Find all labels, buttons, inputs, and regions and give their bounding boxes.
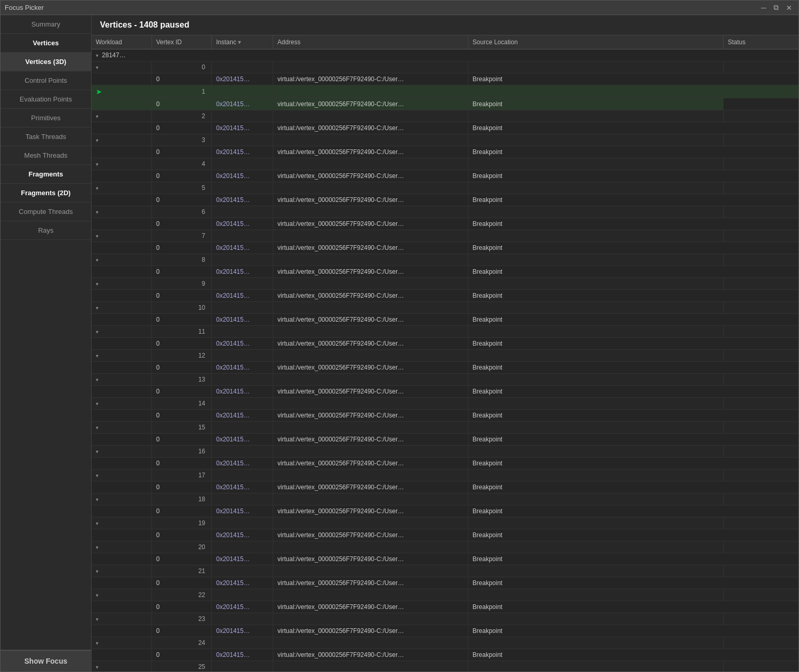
table-row-arrow-24[interactable]: ▾24 [92, 637, 798, 649]
table-row-arrow-11[interactable]: ▾11 [92, 326, 798, 338]
col-header-workload[interactable]: Workload [92, 35, 151, 49]
sidebar-item-rays[interactable]: Rays [1, 221, 91, 240]
table-row-arrow-3[interactable]: ▾3 [92, 134, 798, 146]
expand-arrow-icon[interactable]: ▾ [96, 568, 98, 574]
expand-arrow-icon[interactable]: ▾ [96, 377, 98, 383]
sidebar-item-evaluation-points[interactable]: Evaluation Points [1, 90, 91, 109]
table-row-arrow-18[interactable]: ▾18 [92, 493, 798, 505]
table-row-22[interactable]: 00x201415…virtual:/vertex_00000256F7F924… [92, 601, 798, 613]
expand-arrow-icon[interactable]: ▾ [96, 137, 98, 143]
col-header-instance[interactable]: Instanc [212, 35, 273, 49]
expand-arrow-icon[interactable]: ▾ [96, 449, 98, 454]
table-row-5[interactable]: 00x201415…virtual:/vertex_00000256F7F924… [92, 194, 798, 206]
table-row-arrow-13[interactable]: ▾13 [92, 374, 798, 386]
expand-arrow-icon[interactable]: ▾ [96, 65, 98, 70]
table-row-arrow-14[interactable]: ▾14 [92, 398, 798, 410]
expand-arrow-icon[interactable]: ▾ [96, 544, 98, 550]
sidebar-item-control-points[interactable]: Control Points [1, 71, 91, 90]
table-row-8[interactable]: 00x201415…virtual:/vertex_00000256F7F924… [92, 266, 798, 278]
table-row-23[interactable]: 00x201415…virtual:/vertex_00000256F7F924… [92, 625, 798, 637]
sidebar-item-compute-threads[interactable]: Compute Threads [1, 202, 91, 221]
sidebar-item-fragments-2d[interactable]: Fragments (2D) [1, 184, 91, 202]
expand-arrow-icon[interactable]: ▾ [96, 425, 98, 430]
col-header-source[interactable]: Source Location [468, 35, 723, 49]
expand-arrow-icon[interactable]: ▾ [96, 161, 98, 167]
table-row-12[interactable]: 00x201415…virtual:/vertex_00000256F7F924… [92, 362, 798, 374]
status-empty-cell [724, 350, 798, 362]
expand-arrow-icon[interactable]: ▾ [96, 401, 98, 407]
table-row-17[interactable]: 00x201415…virtual:/vertex_00000256F7F924… [92, 481, 798, 493]
sidebar-item-primitives[interactable]: Primitives [1, 109, 91, 128]
table-row-3[interactable]: 00x201415…virtual:/vertex_00000256F7F924… [92, 146, 798, 158]
table-row-18[interactable]: 00x201415…virtual:/vertex_00000256F7F924… [92, 505, 798, 517]
expand-arrow-icon[interactable]: ▾ [96, 233, 98, 239]
table-row-arrow-23[interactable]: ▾23 [92, 613, 798, 625]
expand-arrow-icon[interactable]: ▾ [96, 257, 98, 263]
expand-arrow-icon[interactable]: ▾ [96, 185, 98, 191]
table-row-arrow-8[interactable]: ▾8 [92, 254, 798, 266]
table-row-20[interactable]: 00x201415…virtual:/vertex_00000256F7F924… [92, 553, 798, 565]
table-row-15[interactable]: 00x201415…virtual:/vertex_00000256F7F924… [92, 434, 798, 446]
table-row-arrow-25[interactable]: ▾25 [92, 661, 798, 672]
table-row-arrow-20[interactable]: ▾20 [92, 541, 798, 553]
table-row-11[interactable]: 00x201415…virtual:/vertex_00000256F7F924… [92, 338, 798, 350]
table-row-arrow-19[interactable]: ▾19 [92, 517, 798, 529]
table-row-13[interactable]: 00x201415…virtual:/vertex_00000256F7F924… [92, 386, 798, 398]
expand-arrow-icon[interactable]: ▾ [96, 329, 98, 335]
sidebar-item-vertices[interactable]: Vertices [1, 34, 91, 53]
table-row-arrow-12[interactable]: ▾12 [92, 350, 798, 362]
restore-button[interactable]: ⧉ [771, 3, 781, 12]
col-header-vertex-id[interactable]: Vertex ID [151, 35, 211, 49]
table-row-2[interactable]: 00x201415…virtual:/vertex_00000256F7F924… [92, 122, 798, 134]
table-row-6[interactable]: 00x201415…virtual:/vertex_00000256F7F924… [92, 218, 798, 230]
expand-arrow-icon[interactable]: ▾ [96, 113, 98, 119]
expand-arrow-icon[interactable]: ▾ [96, 353, 98, 359]
table-row-arrow-17[interactable]: ▾17 [92, 470, 798, 481]
minimize-button[interactable]: ─ [759, 3, 768, 12]
table-row-arrow-15[interactable]: ▾15 [92, 422, 798, 434]
table-row-arrow-16[interactable]: ▾16 [92, 446, 798, 458]
expand-arrow-icon[interactable]: ▾ [96, 640, 98, 646]
table-row-14[interactable]: 00x201415…virtual:/vertex_00000256F7F924… [92, 410, 798, 422]
table-row-10[interactable]: 00x201415…virtual:/vertex_00000256F7F924… [92, 314, 798, 326]
col-header-address[interactable]: Address [273, 35, 468, 49]
table-row-arrow-2[interactable]: ▾2 [92, 110, 798, 122]
table-row-arrow-9[interactable]: ▾9 [92, 278, 798, 290]
table-row-7[interactable]: 00x201415…virtual:/vertex_00000256F7F924… [92, 242, 798, 254]
col-header-status[interactable]: Status [724, 35, 798, 49]
sidebar-item-task-threads[interactable]: Task Threads [1, 128, 91, 146]
table-row-arrow-10[interactable]: ▾10 [92, 302, 798, 314]
table-row-24[interactable]: 00x201415…virtual:/vertex_00000256F7F924… [92, 649, 798, 661]
show-focus-button[interactable]: Show Focus [1, 650, 91, 671]
sidebar-item-vertices-3d[interactable]: Vertices (3D) [1, 53, 91, 71]
expand-arrow-icon[interactable]: ▾ [96, 281, 98, 287]
table-row-1[interactable]: 00x201415…virtual:/vertex_00000256F7F924… [92, 98, 798, 110]
close-button[interactable]: ✕ [784, 3, 794, 12]
expand-arrow-icon[interactable]: ▾ [96, 616, 98, 622]
expand-arrow-icon[interactable]: ▾ [96, 473, 98, 478]
table-container[interactable]: Workload Vertex ID Instanc Address Sourc… [92, 35, 798, 671]
table-row-arrow-7[interactable]: ▾7 [92, 230, 798, 242]
table-row-arrow-4[interactable]: ▾4 [92, 158, 798, 170]
table-row-16[interactable]: 00x201415…virtual:/vertex_00000256F7F924… [92, 458, 798, 470]
expand-arrow-icon[interactable]: ▾ [96, 592, 98, 598]
table-row-9[interactable]: 00x201415…virtual:/vertex_00000256F7F924… [92, 290, 798, 302]
table-row-arrow-21[interactable]: ▾21 [92, 565, 798, 577]
table-row-arrow-1[interactable]: ➤1 [92, 85, 798, 98]
expand-arrow-icon[interactable]: ▾ [96, 664, 98, 670]
expand-arrow-icon[interactable]: ▾ [96, 209, 98, 215]
table-row-0[interactable]: 00x201415…virtual:/vertex_00000256F7F924… [92, 73, 798, 85]
table-row-arrow-0[interactable]: ▾0 [92, 61, 798, 73]
sidebar-item-fragments[interactable]: Fragments [1, 165, 91, 184]
table-row-21[interactable]: 00x201415…virtual:/vertex_00000256F7F924… [92, 577, 798, 589]
table-row-arrow-6[interactable]: ▾6 [92, 206, 798, 218]
expand-arrow-icon[interactable]: ▾ [96, 305, 98, 311]
table-row-arrow-5[interactable]: ▾5 [92, 182, 798, 194]
expand-arrow-icon[interactable]: ▾ [96, 497, 98, 502]
sidebar-item-summary[interactable]: Summary [1, 15, 91, 34]
table-row-arrow-22[interactable]: ▾22 [92, 589, 798, 601]
table-row-19[interactable]: 00x201415…virtual:/vertex_00000256F7F924… [92, 529, 798, 541]
sidebar-item-mesh-threads[interactable]: Mesh Threads [1, 146, 91, 165]
expand-arrow-icon[interactable]: ▾ [96, 521, 98, 526]
table-row-4[interactable]: 00x201415…virtual:/vertex_00000256F7F924… [92, 170, 798, 182]
